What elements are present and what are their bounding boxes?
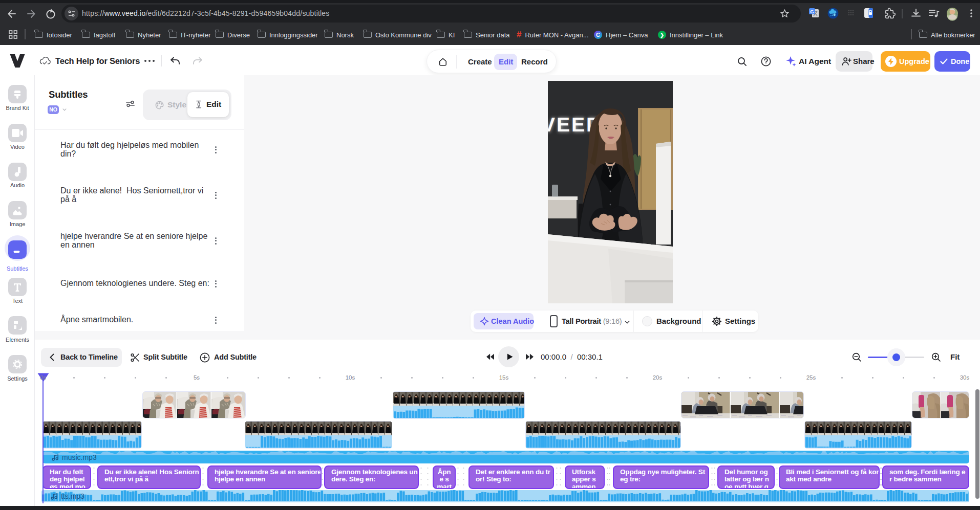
svg-text:G: G (810, 9, 814, 14)
